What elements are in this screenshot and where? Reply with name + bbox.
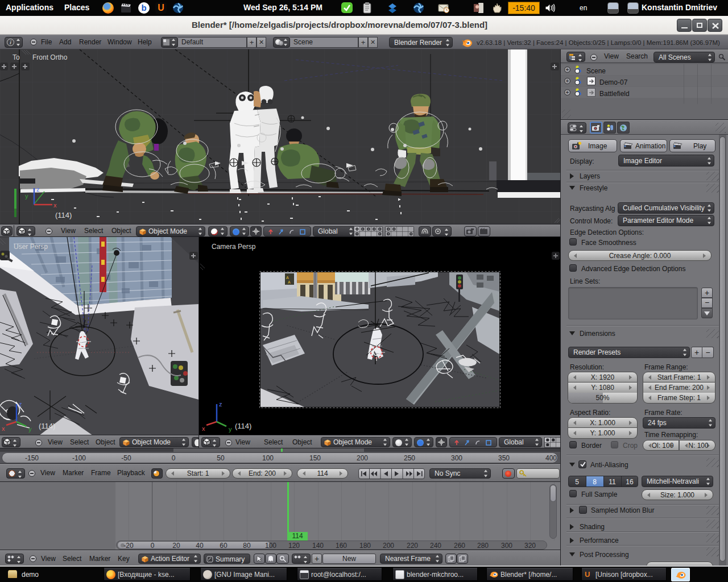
svg-text:A: A — [286, 276, 289, 280]
svg-text:y: y — [229, 426, 232, 433]
svg-text:z: z — [19, 401, 22, 408]
svg-text:(114): (114) — [235, 422, 251, 430]
svg-text:User Persp: User Persp — [14, 243, 48, 251]
svg-text:A: A — [288, 280, 291, 284]
svg-text:(114): (114) — [55, 211, 72, 219]
svg-text:Camera Persp: Camera Persp — [212, 243, 256, 251]
svg-text:To: To — [13, 53, 20, 61]
svg-text:x: x — [53, 202, 57, 209]
svg-text:Front Ortho: Front Ortho — [32, 53, 68, 61]
svg-text:y: y — [28, 426, 32, 433]
svg-text:z: z — [36, 186, 40, 193]
svg-text:z: z — [219, 401, 222, 408]
svg-text:y: y — [25, 193, 28, 199]
svg-text:(114): (114) — [39, 422, 55, 430]
svg-text:x: x — [202, 425, 205, 432]
svg-text:x: x — [2, 425, 5, 432]
